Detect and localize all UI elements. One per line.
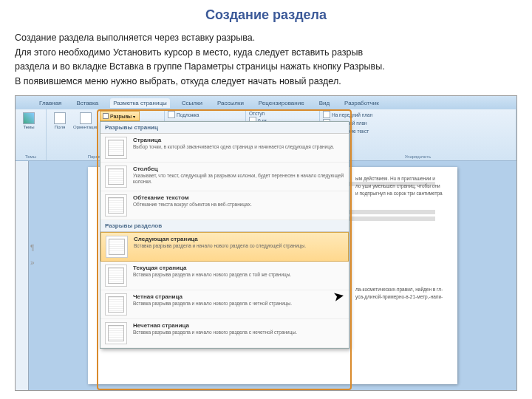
tab-page-layout[interactable]: Разметка страницы	[110, 98, 170, 108]
doc-text: и подпрыгнул на сорок три сантиметра	[355, 191, 443, 197]
paragraph: В появившемся меню нужно выбрать, откуда…	[15, 75, 517, 89]
doc-text: ым действием. Но в приглашении и	[355, 176, 435, 182]
section-odd-icon	[105, 322, 127, 344]
page-icon	[80, 112, 92, 124]
page-icon	[54, 112, 66, 124]
indent-label: Отступ	[249, 111, 270, 116]
ribbon-tabs: Главная Вставка Разметка страницы Ссылки…	[16, 96, 516, 109]
tab-view[interactable]: Вид	[316, 98, 332, 108]
chevron-down-icon: ▾	[133, 114, 135, 119]
dropdown-section-header: Разрывы разделов	[100, 220, 349, 232]
tab-home[interactable]: Главная	[36, 98, 64, 108]
doc-text: ло уши уменьшен страниц, чтобы они	[355, 183, 440, 189]
group-label: Упорядочить	[323, 154, 513, 159]
pilcrow-icon: ¶	[30, 244, 34, 252]
section-even-item[interactable]: Четная страницаВставка разрыва раздела и…	[100, 290, 349, 319]
tab-references[interactable]: Ссылки	[179, 98, 205, 108]
themes-button[interactable]: Темы	[18, 111, 39, 132]
page-break-icon	[105, 137, 127, 159]
layer-icon	[323, 111, 330, 118]
themes-icon	[23, 112, 35, 124]
watermark-button[interactable]: Подложка	[168, 111, 199, 118]
break-column-item[interactable]: СтолбецУказывает, что текст, следующий з…	[100, 163, 349, 191]
tab-insert[interactable]: Вставка	[73, 98, 101, 108]
dropdown-section-header: Разрывы страниц	[100, 122, 349, 134]
tab-review[interactable]: Рецензирование	[256, 98, 307, 108]
tab-mailings[interactable]: Рассылки	[214, 98, 247, 108]
paragraph: Создание раздела выполняется через встав…	[15, 32, 517, 45]
paragraph: Для этого необходимо Установить курсор в…	[15, 47, 517, 60]
break-page-item[interactable]: СтраницаВыбор точки, в которой заканчива…	[100, 134, 349, 163]
vertical-ruler	[16, 161, 29, 390]
section-even-icon	[105, 293, 127, 316]
section-cont-icon	[105, 265, 127, 287]
breaks-button[interactable]: Разрывы ▾	[100, 111, 140, 121]
word-screenshot: Главная Вставка Разметка страницы Ссылки…	[15, 95, 517, 391]
breaks-dropdown: Разрывы страниц СтраницаВыбор точки, в к…	[100, 121, 349, 349]
breaks-icon	[103, 113, 109, 119]
pilcrow-icon: »	[30, 259, 35, 267]
wrap-break-icon	[105, 194, 127, 216]
group-label: Темы	[18, 154, 43, 159]
bring-front-button[interactable]: На передний план	[323, 111, 372, 118]
orientation-button[interactable]: Ориентация	[72, 111, 100, 132]
paragraph: раздела и во вкладке Вставка в группе Па…	[15, 61, 517, 74]
break-wrap-item[interactable]: Обтекание текстомОбтекание текста вокруг…	[100, 191, 349, 220]
section-next-icon	[106, 236, 128, 258]
watermark-icon	[168, 111, 175, 118]
tab-developer[interactable]: Разработчик	[341, 98, 382, 108]
page-title: Создание раздела	[15, 7, 517, 23]
margins-button[interactable]: Поля	[50, 111, 70, 132]
section-continuous-item[interactable]: Текущая страницаВставка разрыва раздела …	[100, 262, 349, 290]
doc-text: уса-длиной-примерно-в-21-метр,-напи-	[355, 294, 443, 300]
column-break-icon	[105, 166, 127, 188]
section-odd-item[interactable]: Нечетная страницаВставка разрыва раздела…	[100, 319, 349, 348]
doc-text: ла-косметических-правил, найден в гл-	[355, 287, 443, 293]
section-next-page-item[interactable]: Следующая страницаВставка разрыва раздел…	[100, 232, 349, 262]
